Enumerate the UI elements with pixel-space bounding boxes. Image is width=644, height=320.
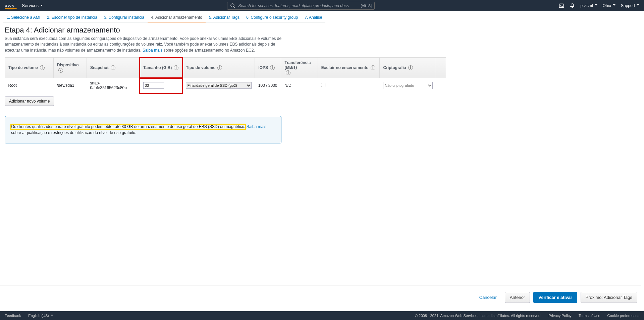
add-volume-button[interactable]: Adicionar novo volume: [5, 97, 54, 106]
col-voltype2: Tipo de volume: [186, 65, 215, 70]
search-shortcut-hint: [Alt+S]: [361, 4, 372, 8]
notice-learn-more-link[interactable]: Saiba mais: [247, 124, 266, 129]
table-row: Root /dev/sda1 snap-0abfe35165623c80b Fi…: [5, 78, 446, 93]
col-encryption: Criptografia: [383, 65, 406, 70]
step-5[interactable]: 5. Adicionar Tags: [206, 13, 243, 22]
volume-type-select[interactable]: Finalidade geral de SSD (gp2): [186, 82, 252, 89]
delete-on-termination-checkbox[interactable]: [321, 83, 325, 87]
support-menu[interactable]: Support: [621, 3, 639, 8]
cell-iops: 100 / 3000: [255, 78, 281, 93]
info-icon[interactable]: i: [270, 65, 275, 70]
info-icon[interactable]: i: [40, 65, 45, 70]
info-icon[interactable]: i: [408, 65, 413, 70]
cell-throughput: N/D: [281, 78, 318, 93]
step-1[interactable]: 1. Selecione a AMI: [3, 13, 44, 22]
learn-more-link[interactable]: Saiba mais: [143, 48, 162, 53]
info-icon[interactable]: i: [286, 70, 290, 75]
info-icon[interactable]: i: [111, 65, 115, 70]
search-icon: [230, 3, 235, 8]
col-delete-on-term: Excluir no encerramento: [321, 65, 369, 70]
storage-table: Tipo de volumei Dispositivoi Snapshoti T…: [5, 57, 446, 93]
region-menu[interactable]: Ohio: [603, 3, 615, 8]
page-title: Etapa 4: Adicionar armazenamento: [5, 26, 639, 35]
info-icon[interactable]: i: [58, 68, 63, 73]
col-volume-type: Tipo de volume: [8, 65, 38, 70]
step-2[interactable]: 2. Escolher tipo de instância: [44, 13, 101, 22]
wizard-steps: 1. Selecione a AMI 2. Escolher tipo de i…: [0, 11, 644, 22]
aws-logo[interactable]: aws: [5, 3, 14, 8]
global-search[interactable]: [Alt+S]: [227, 2, 375, 10]
search-input[interactable]: [238, 3, 358, 8]
top-nav: aws Services [Alt+S] pckcml Ohio Support: [0, 0, 644, 11]
notifications-icon[interactable]: [570, 3, 575, 8]
info-icon[interactable]: i: [371, 65, 375, 70]
step-7[interactable]: 7. Análise: [301, 13, 325, 22]
size-input[interactable]: [143, 82, 164, 89]
free-tier-notice: Os clientes qualificados para o nível gr…: [5, 116, 281, 143]
cell-snapshot: snap-0abfe35165623c80b: [87, 78, 140, 93]
cloudshell-icon[interactable]: [559, 3, 564, 8]
page-description: Sua instância será executada com as segu…: [5, 36, 283, 53]
notice-rest: sobre a qualificação e restrições de uti…: [11, 130, 137, 135]
svg-point-0: [231, 4, 234, 7]
col-snapshot: Snapshot: [90, 65, 109, 70]
step-3[interactable]: 3. Configurar instância: [101, 13, 148, 22]
col-throughput: Transferência (MB/s): [284, 60, 314, 70]
account-menu[interactable]: pckcml: [580, 3, 597, 8]
encryption-select[interactable]: Não criptografado: [383, 82, 433, 89]
notice-highlight: Os clientes qualificados para o nível gr…: [11, 124, 245, 129]
step-4[interactable]: 4. Adicionar armazenamento: [148, 13, 206, 22]
info-icon[interactable]: i: [217, 65, 222, 70]
svg-rect-2: [559, 4, 564, 7]
col-size: Tamanho (GiB): [143, 65, 172, 70]
cell-volume-type: Root: [5, 78, 54, 93]
col-iops: IOPS: [258, 65, 268, 70]
services-menu[interactable]: Services: [22, 3, 43, 8]
col-device: Dispositivo: [57, 63, 79, 67]
cell-device: /dev/sda1: [53, 78, 87, 93]
step-6[interactable]: 6. Configure o security group: [243, 13, 301, 22]
info-icon[interactable]: i: [174, 65, 178, 70]
svg-line-1: [234, 7, 235, 8]
